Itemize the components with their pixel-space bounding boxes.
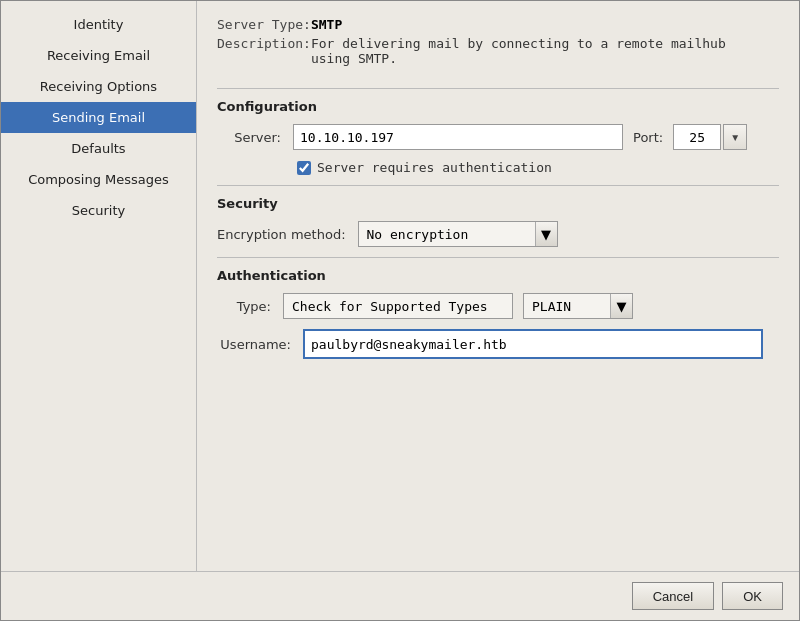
divider-config	[217, 88, 779, 89]
sidebar-item-receiving-options[interactable]: Receiving Options	[1, 71, 196, 102]
sidebar-item-security[interactable]: Security	[1, 195, 196, 226]
sidebar-item-receiving-email[interactable]: Receiving Email	[1, 40, 196, 71]
chevron-down-icon: ▼	[541, 227, 551, 242]
port-dropdown-button[interactable]: ▼	[723, 124, 747, 150]
port-input[interactable]	[673, 124, 721, 150]
description-value: For delivering mail by connecting to a r…	[311, 36, 726, 66]
sidebar-item-composing-messages[interactable]: Composing Messages	[1, 164, 196, 195]
divider-auth	[217, 257, 779, 258]
encryption-value: No encryption	[359, 222, 535, 246]
chevron-down-icon: ▼	[617, 299, 627, 314]
encryption-row: Encryption method: No encryption ▼	[217, 221, 779, 247]
security-section-title: Security	[217, 196, 779, 211]
cancel-button[interactable]: Cancel	[632, 582, 714, 610]
server-input[interactable]	[293, 124, 623, 150]
dialog: Identity Receiving Email Receiving Optio…	[0, 0, 800, 621]
dialog-footer: Cancel OK	[1, 571, 799, 620]
server-type-label: Server Type:	[217, 17, 311, 32]
sidebar-item-sending-email[interactable]: Sending Email	[1, 102, 196, 133]
auth-section-title: Authentication	[217, 268, 779, 283]
sidebar-item-defaults[interactable]: Defaults	[1, 133, 196, 164]
plain-value: PLAIN	[524, 294, 610, 318]
server-type-value: SMTP	[311, 17, 342, 32]
auth-type-value: Check for Supported Types	[284, 294, 512, 318]
ok-button[interactable]: OK	[722, 582, 783, 610]
dialog-body: Identity Receiving Email Receiving Optio…	[1, 1, 799, 571]
encryption-dropdown-arrow[interactable]: ▼	[535, 222, 557, 246]
description-row: Description: For delivering mail by conn…	[217, 36, 779, 78]
auth-type-row: Type: Check for Supported Types PLAIN ▼	[217, 293, 779, 319]
config-section-title: Configuration	[217, 99, 779, 114]
plain-dropdown-arrow[interactable]: ▼	[610, 294, 632, 318]
type-label: Type:	[217, 299, 277, 314]
encryption-label: Encryption method:	[217, 227, 352, 242]
plain-select[interactable]: PLAIN ▼	[523, 293, 633, 319]
encryption-select[interactable]: No encryption ▼	[358, 221, 558, 247]
sidebar: Identity Receiving Email Receiving Optio…	[1, 1, 197, 571]
username-input[interactable]	[303, 329, 763, 359]
main-content: Server Type: SMTP Description: For deliv…	[197, 1, 799, 571]
port-group: ▼	[673, 124, 747, 150]
server-label: Server:	[217, 130, 287, 145]
username-label: Username:	[217, 337, 297, 352]
chevron-down-icon: ▼	[730, 132, 740, 143]
sidebar-item-identity[interactable]: Identity	[1, 9, 196, 40]
username-row: Username:	[217, 329, 779, 359]
auth-type-select[interactable]: Check for Supported Types	[283, 293, 513, 319]
auth-checkbox-row: Server requires authentication	[297, 160, 779, 175]
server-port-row: Server: Port: ▼	[217, 124, 779, 150]
server-type-row: Server Type: SMTP	[217, 17, 779, 32]
auth-checkbox-label: Server requires authentication	[317, 160, 552, 175]
port-label: Port:	[629, 130, 667, 145]
auth-checkbox[interactable]	[297, 161, 311, 175]
description-label: Description:	[217, 36, 311, 78]
divider-security	[217, 185, 779, 186]
